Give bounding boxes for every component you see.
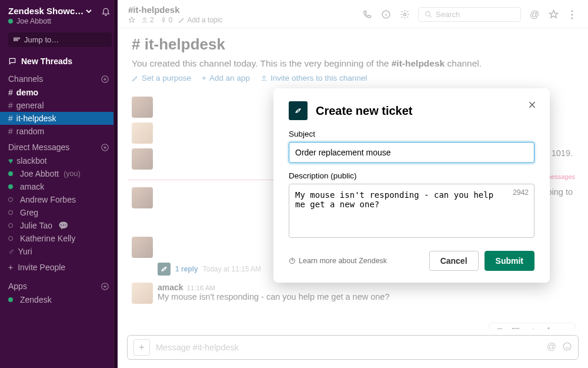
channel-label: random [16, 127, 44, 136]
modal-close-button[interactable] [525, 98, 539, 114]
invite-people[interactable]: +Invite People [0, 258, 118, 277]
description-label: Description (public) [289, 171, 534, 180]
new-threads[interactable]: New Threads [0, 53, 118, 69]
channel-general[interactable]: #general [0, 99, 118, 112]
workspace-switcher[interactable]: Zendesk Showc… [8, 6, 92, 16]
channel-label: demo [16, 88, 38, 97]
jump-icon [13, 36, 21, 44]
current-user-name: Joe Abbott [16, 17, 51, 25]
dm-amack[interactable]: amack [0, 180, 118, 193]
dm-slackbot[interactable]: ♥slackbot [0, 154, 118, 167]
workspace-name: Zendesk Showc… [8, 6, 83, 16]
thread-icon [8, 57, 16, 65]
dm-andrew-forbes[interactable]: Andrew Forbes [0, 193, 118, 206]
dm-katherine-kelly[interactable]: Katherine Kelly [0, 232, 118, 245]
add-channel-icon[interactable] [101, 75, 109, 84]
plus-icon: + [8, 263, 13, 272]
svg-rect-1 [14, 40, 18, 41]
dm-suffix: (you) [64, 170, 80, 178]
create-ticket-modal: Create new ticket Subject Description (p… [273, 88, 550, 283]
dm-label: Direct Messages [8, 142, 69, 152]
dm-name: Andrew Forbes [20, 195, 76, 204]
apps-label: Apps [8, 281, 27, 291]
presence-dot-icon [8, 184, 13, 189]
learn-label: Learn more about Zendesk [299, 257, 387, 265]
zendesk-logo [289, 101, 308, 120]
channel-label: it-helpdesk [16, 114, 56, 123]
channels-section-header[interactable]: Channels [0, 69, 118, 86]
dm-julie-tao[interactable]: Julie Tao💬 [0, 219, 118, 232]
presence-dot-icon [8, 19, 13, 24]
description-textarea[interactable] [289, 184, 534, 238]
dm-name: Katherine Kelly [20, 234, 75, 243]
presence-dot-icon [8, 297, 13, 302]
invite-label: Invite People [18, 263, 65, 272]
chevron-down-icon [86, 8, 92, 14]
dm-greg[interactable]: Greg [0, 206, 118, 219]
presence-away-icon [8, 236, 13, 241]
close-icon [527, 100, 537, 110]
add-app-icon[interactable] [101, 282, 109, 291]
learn-more-link[interactable]: Learn more about Zendesk [289, 257, 387, 265]
hash-icon: # [8, 88, 13, 97]
typing-icon: 💬 [58, 221, 68, 230]
dm-name: slackbot [16, 156, 46, 165]
heart-icon: ♥ [8, 156, 13, 165]
submit-button[interactable]: Submit [485, 251, 534, 271]
bell-icon[interactable] [101, 6, 111, 16]
dm-name: Greg [20, 208, 38, 217]
male-icon: ♂ [8, 247, 15, 256]
sidebar: Zendesk Showc… Joe Abbott Jump to… New T… [0, 0, 118, 368]
dm-name: amack [20, 182, 44, 191]
hash-icon: # [8, 101, 13, 110]
presence-away-icon [8, 197, 13, 202]
current-user[interactable]: Joe Abbott [0, 17, 118, 30]
modal-title: Create new ticket [316, 104, 413, 118]
add-dm-icon[interactable] [101, 143, 109, 152]
jump-label: Jump to… [24, 35, 59, 44]
presence-dot-icon [8, 171, 13, 176]
main-pane: #it-helpdesk 2 0 Add a topic Search @ # … [118, 0, 588, 368]
dm-section-header[interactable]: Direct Messages [0, 138, 118, 154]
dm-name: Julie Tao [20, 221, 52, 230]
sidebar-accent-strip [113, 0, 118, 368]
subject-label: Subject [289, 130, 534, 138]
new-threads-label: New Threads [21, 57, 72, 66]
char-counter: 2942 [513, 188, 529, 197]
svg-rect-0 [14, 38, 20, 39]
channel-it-helpdesk[interactable]: #it-helpdesk [0, 112, 118, 125]
apps-section-header[interactable]: Apps [0, 277, 118, 293]
channel-label: general [16, 101, 44, 110]
app-name: Zendesk [20, 295, 52, 304]
channel-demo[interactable]: #demo [0, 86, 118, 99]
dm-joe-abbott[interactable]: Joe Abbott(you) [0, 167, 118, 180]
help-icon [289, 257, 296, 264]
presence-away-icon [8, 223, 13, 228]
cancel-button[interactable]: Cancel [429, 251, 479, 271]
channels-label: Channels [8, 74, 43, 84]
hash-icon: # [8, 127, 13, 136]
channel-random[interactable]: #random [0, 125, 118, 138]
hash-icon: # [8, 114, 13, 123]
zendesk-icon [294, 107, 302, 115]
app-zendesk[interactable]: Zendesk [0, 293, 118, 306]
presence-away-icon [8, 210, 13, 215]
dm-name: Yuri [18, 247, 32, 256]
dm-yuri[interactable]: ♂Yuri [0, 245, 118, 258]
dm-name: Joe Abbott [20, 169, 59, 178]
jump-to[interactable]: Jump to… [8, 32, 112, 47]
subject-input[interactable] [289, 142, 534, 163]
